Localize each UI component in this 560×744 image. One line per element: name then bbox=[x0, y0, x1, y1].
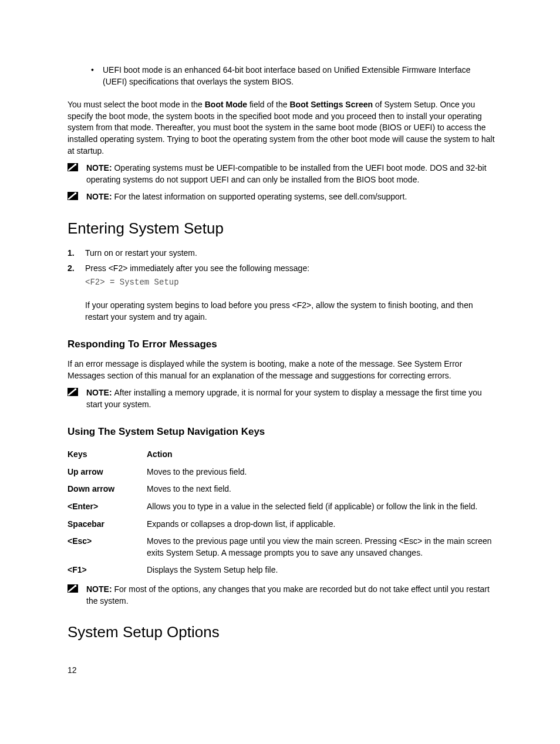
note-block: NOTE: For most of the options, any chang… bbox=[68, 584, 495, 607]
table-row: Spacebar Expands or collapses a drop-dow… bbox=[68, 516, 495, 533]
bold-text: dell.com/support bbox=[345, 192, 405, 201]
followup-paragraph: If your operating system begins to load … bbox=[85, 300, 495, 323]
list-marker: 2. bbox=[68, 263, 85, 294]
list-body: Turn on or restart your system. bbox=[85, 248, 495, 259]
note-body: NOTE: For the latest information on supp… bbox=[86, 191, 495, 203]
list-text: Press <F2> immediately after you see the… bbox=[85, 263, 309, 273]
action-cell: Displays the System Setup help file. bbox=[147, 564, 495, 576]
note-icon bbox=[68, 584, 86, 607]
text-fragment: field of the bbox=[247, 100, 289, 109]
key-cell: Spacebar bbox=[68, 519, 147, 530]
table-row: <F1> Displays the System Setup help file… bbox=[68, 562, 495, 579]
action-cell: Moves to the previous page until you vie… bbox=[147, 536, 495, 559]
intro-paragraph: You must select the boot mode in the Boo… bbox=[68, 99, 495, 157]
note-icon bbox=[68, 191, 86, 203]
note-text: . bbox=[404, 192, 407, 201]
error-paragraph: If an error message is displayed while t… bbox=[68, 359, 495, 381]
key-cell: Up arrow bbox=[68, 466, 147, 478]
note-body: NOTE: After installing a memory upgrade,… bbox=[86, 387, 495, 410]
key-cell: Down arrow bbox=[68, 483, 147, 495]
action-cell: Moves to the previous field. bbox=[147, 466, 495, 478]
heading-entering-system-setup: Entering System Setup bbox=[68, 218, 495, 239]
note-text: After installing a memory upgrade, it is… bbox=[86, 388, 482, 409]
key-cell: <Enter> bbox=[68, 501, 147, 513]
note-block: NOTE: For the latest information on supp… bbox=[68, 191, 495, 203]
key-cell: <Esc> bbox=[68, 536, 147, 559]
bullet-marker: • bbox=[91, 65, 103, 87]
note-text: Operating systems must be UEFI-compatibl… bbox=[86, 163, 487, 184]
bullet-list: • UEFI boot mode is an enhanced 64-bit b… bbox=[68, 65, 495, 87]
list-item: 1. Turn on or restart your system. bbox=[68, 248, 495, 259]
page-number: 12 bbox=[68, 665, 77, 677]
note-text: For the latest information on supported … bbox=[114, 192, 344, 201]
note-body: NOTE: Operating systems must be UEFI-com… bbox=[86, 163, 495, 185]
action-cell: Allows you to type in a value in the sel… bbox=[147, 501, 495, 513]
document-page: • UEFI boot mode is an enhanced 64-bit b… bbox=[0, 0, 560, 744]
bullet-item: • UEFI boot mode is an enhanced 64-bit b… bbox=[91, 65, 495, 87]
list-item: 2. Press <F2> immediately after you see … bbox=[68, 263, 495, 294]
heading-system-setup-options: System Setup Options bbox=[68, 621, 495, 642]
note-body: NOTE: For most of the options, any chang… bbox=[86, 584, 495, 607]
list-text: Turn on or restart your system. bbox=[85, 248, 197, 258]
list-marker: 1. bbox=[68, 248, 85, 259]
bullet-text: UEFI boot mode is an enhanced 64-bit boo… bbox=[103, 65, 495, 87]
note-icon bbox=[68, 163, 86, 185]
heading-responding-error-messages: Responding To Error Messages bbox=[68, 337, 495, 351]
list-body: Press <F2> immediately after you see the… bbox=[85, 263, 495, 294]
column-header-keys: Keys bbox=[68, 449, 147, 461]
note-label: NOTE: bbox=[86, 388, 114, 397]
note-block: NOTE: After installing a memory upgrade,… bbox=[68, 387, 495, 410]
text-fragment: You must select the boot mode in the bbox=[68, 100, 205, 109]
table-row: <Esc> Moves to the previous page until y… bbox=[68, 533, 495, 562]
note-label: NOTE: bbox=[86, 163, 114, 173]
code-text: <F2> = System Setup bbox=[85, 277, 495, 289]
note-label: NOTE: bbox=[86, 192, 114, 201]
column-header-action: Action bbox=[147, 449, 495, 461]
numbered-list: 1. Turn on or restart your system. 2. Pr… bbox=[68, 248, 495, 294]
note-icon bbox=[68, 387, 86, 410]
navigation-keys-table: Keys Action Up arrow Moves to the previo… bbox=[68, 446, 495, 579]
action-cell: Moves to the next field. bbox=[147, 483, 495, 495]
note-block: NOTE: Operating systems must be UEFI-com… bbox=[68, 163, 495, 185]
bold-text: Boot Mode bbox=[205, 100, 247, 109]
heading-navigation-keys: Using The System Setup Navigation Keys bbox=[68, 425, 495, 439]
table-row: Up arrow Moves to the previous field. bbox=[68, 464, 495, 481]
table-row: Down arrow Moves to the next field. bbox=[68, 481, 495, 498]
table-row: <Enter> Allows you to type in a value in… bbox=[68, 498, 495, 516]
key-cell: <F1> bbox=[68, 564, 147, 576]
note-label: NOTE: bbox=[86, 584, 114, 594]
table-header-row: Keys Action bbox=[68, 446, 495, 464]
note-text: For most of the options, any changes tha… bbox=[86, 584, 490, 606]
bold-text: Boot Settings Screen bbox=[289, 100, 373, 109]
action-cell: Expands or collapses a drop-down list, i… bbox=[147, 519, 495, 530]
